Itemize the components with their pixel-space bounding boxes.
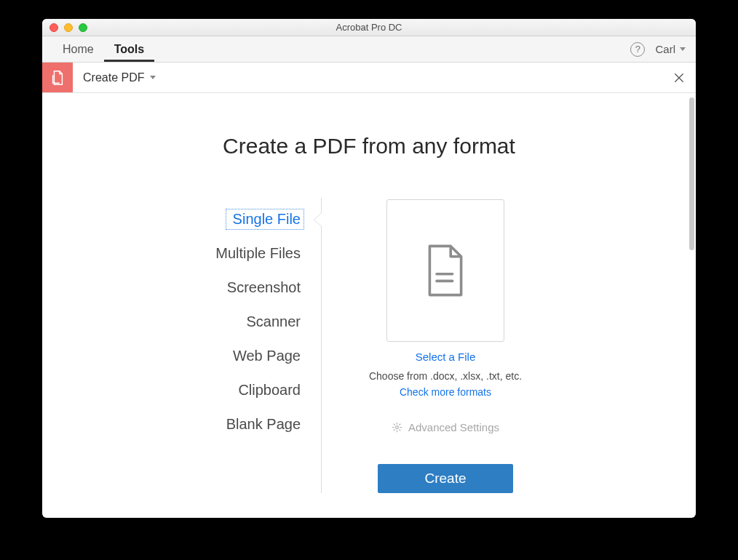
user-name: Carl: [655, 43, 675, 55]
help-icon[interactable]: ?: [630, 42, 645, 57]
file-drop-zone[interactable]: [386, 199, 504, 342]
main-body: Create a PDF from any format Single File…: [42, 93, 696, 518]
source-web-page[interactable]: Web Page: [169, 339, 321, 373]
content: Single File Multiple Files Screenshot Sc…: [42, 198, 696, 493]
menu-home[interactable]: Home: [52, 36, 104, 62]
create-pdf-icon: [42, 63, 73, 92]
document-icon: [424, 244, 467, 297]
minimize-window-button[interactable]: [64, 23, 73, 32]
advanced-settings[interactable]: Advanced Settings: [392, 421, 499, 433]
source-screenshot[interactable]: Screenshot: [169, 271, 321, 305]
source-scanner[interactable]: Scanner: [169, 305, 321, 339]
user-menu[interactable]: Carl: [655, 43, 689, 55]
source-label: Single File: [233, 211, 301, 227]
source-single-file[interactable]: Single File: [169, 202, 321, 236]
detail-pane: Select a File Choose from .docx, .xlsx, …: [322, 198, 569, 493]
toolbar-label[interactable]: Create PDF: [73, 63, 166, 92]
source-clipboard[interactable]: Clipboard: [169, 373, 321, 407]
more-formats-link[interactable]: Check more formats: [400, 386, 491, 398]
window-title: Acrobat Pro DC: [42, 22, 696, 33]
toolbar-title: Create PDF: [83, 71, 144, 84]
advanced-label: Advanced Settings: [408, 421, 499, 433]
zoom-window-button[interactable]: [79, 23, 87, 32]
close-panel-button[interactable]: [662, 63, 696, 92]
app-window: Acrobat Pro DC Home Tools ? Carl Create …: [42, 19, 696, 518]
titlebar: Acrobat Pro DC: [42, 19, 696, 36]
create-button-label: Create: [424, 471, 466, 487]
traffic-lights: [42, 23, 87, 32]
gear-icon: [392, 422, 402, 433]
source-blank-page[interactable]: Blank Page: [169, 407, 321, 441]
scrollbar[interactable]: [689, 97, 694, 250]
source-multiple-files[interactable]: Multiple Files: [169, 236, 321, 271]
format-hint: Choose from .docx, .xlsx, .txt, etc.: [369, 370, 522, 382]
close-window-button[interactable]: [49, 23, 58, 32]
page-heading: Create a PDF from any format: [42, 134, 696, 159]
select-file-link[interactable]: Select a File: [416, 351, 476, 363]
toolbar: Create PDF: [42, 63, 696, 93]
menu-tools[interactable]: Tools: [104, 36, 154, 62]
chevron-down-icon: [150, 76, 156, 79]
source-list: Single File Multiple Files Screenshot Sc…: [169, 198, 322, 493]
svg-point-2: [396, 426, 399, 429]
create-button[interactable]: Create: [378, 464, 513, 493]
chevron-down-icon: [680, 47, 686, 51]
menubar: Home Tools ? Carl: [42, 36, 696, 63]
